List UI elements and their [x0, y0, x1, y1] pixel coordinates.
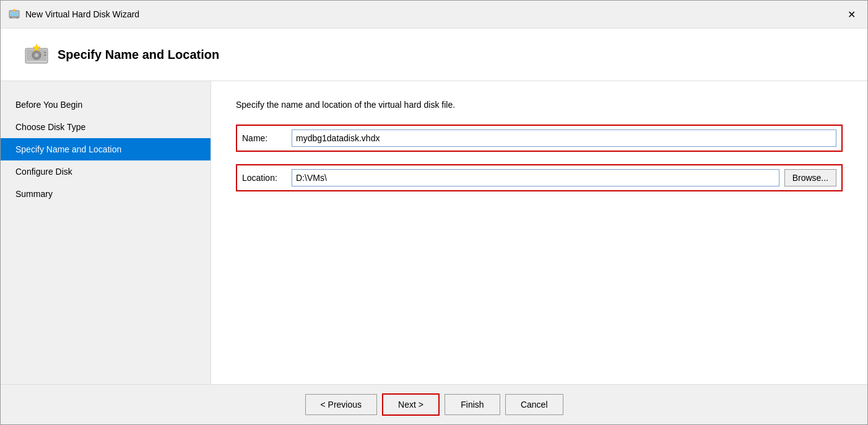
sidebar: Before You Begin Choose Disk Type Specif… — [1, 81, 211, 384]
location-label: Location: — [242, 173, 292, 183]
main-content: Before You Begin Choose Disk Type Specif… — [1, 81, 867, 384]
footer: < Previous Next > Finish Cancel — [1, 384, 867, 424]
svg-rect-11 — [44, 52, 46, 53]
name-input[interactable] — [292, 129, 836, 147]
browse-button[interactable]: Browse... — [784, 169, 836, 186]
next-button[interactable]: Next > — [382, 393, 440, 416]
svg-rect-1 — [11, 12, 18, 16]
title-text: New Virtual Hard Disk Wizard — [25, 9, 139, 19]
name-label: Name: — [242, 133, 292, 143]
svg-point-10 — [35, 53, 38, 57]
cancel-button[interactable]: Cancel — [505, 394, 563, 415]
sidebar-item-before-you-begin[interactable]: Before You Begin — [1, 94, 210, 116]
finish-button[interactable]: Finish — [445, 394, 500, 415]
title-bar: New Virtual Hard Disk Wizard ✕ — [1, 1, 867, 28]
svg-marker-6 — [13, 9, 15, 11]
location-field-row: Location: Browse... — [236, 164, 843, 191]
title-bar-left: New Virtual Hard Disk Wizard — [8, 8, 139, 20]
svg-point-3 — [11, 17, 12, 18]
name-field-row: Name: — [236, 125, 843, 152]
description-text: Specify the name and location of the vir… — [236, 100, 843, 110]
close-button[interactable]: ✕ — [843, 6, 860, 23]
header-icon — [23, 43, 48, 66]
previous-button[interactable]: < Previous — [305, 394, 378, 415]
svg-point-4 — [17, 17, 18, 18]
sidebar-item-specify-name-location[interactable]: Specify Name and Location — [1, 138, 210, 160]
sidebar-item-summary[interactable]: Summary — [1, 183, 210, 205]
svg-rect-12 — [44, 55, 46, 56]
content-area: Specify the name and location of the vir… — [211, 81, 867, 384]
window-icon — [8, 8, 20, 20]
location-input[interactable] — [292, 169, 779, 186]
header-area: Specify Name and Location — [1, 28, 867, 81]
header-title: Specify Name and Location — [58, 48, 219, 62]
sidebar-item-choose-disk-type[interactable]: Choose Disk Type — [1, 116, 210, 138]
dialog-window: New Virtual Hard Disk Wizard ✕ Specify N… — [0, 0, 868, 425]
sidebar-item-configure-disk[interactable]: Configure Disk — [1, 160, 210, 183]
